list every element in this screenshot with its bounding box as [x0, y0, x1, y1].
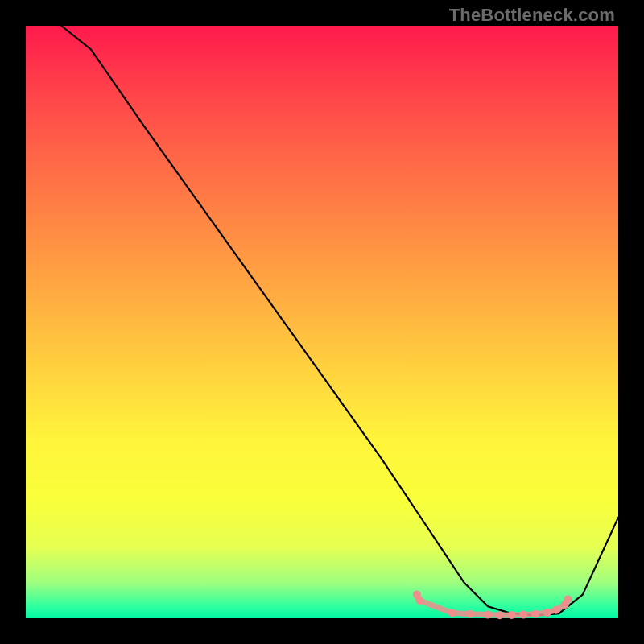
marker-dot	[466, 610, 474, 618]
chart-svg	[26, 26, 618, 618]
chart-frame: TheBottleneck.com	[0, 0, 644, 644]
marker-group	[413, 591, 572, 620]
plot-area	[26, 26, 618, 618]
marker-dot	[496, 611, 504, 619]
marker-dot	[448, 609, 456, 617]
marker-dot	[415, 597, 423, 605]
marker-dot	[564, 595, 572, 603]
marker-dot	[484, 611, 492, 619]
watermark-text: TheBottleneck.com	[449, 5, 615, 26]
marker-dot	[531, 610, 539, 618]
curve-path	[61, 26, 618, 615]
marker-dot	[543, 609, 551, 617]
marker-dot	[508, 611, 516, 619]
marker-dot	[552, 606, 560, 614]
marker-dot	[519, 611, 527, 619]
